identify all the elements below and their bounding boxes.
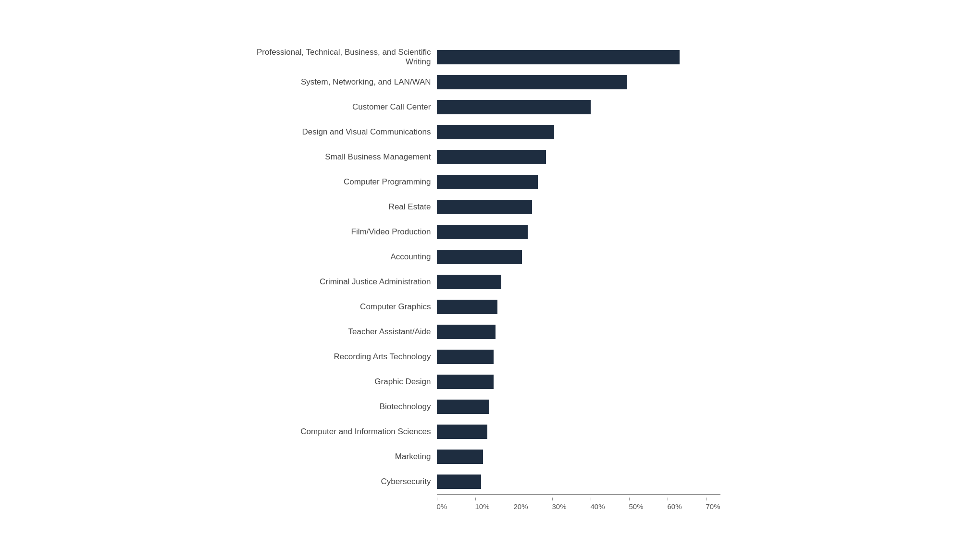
bar-label: Recording Arts Technology xyxy=(249,352,437,362)
bar-label: Teacher Assistant/Aide xyxy=(249,327,437,337)
axis-tick: 10% xyxy=(475,498,514,511)
bar-track xyxy=(437,450,720,464)
bar-fill xyxy=(437,50,680,64)
axis-tick-line xyxy=(475,498,476,500)
bar-row: Cybersecurity xyxy=(249,469,720,494)
bar-track xyxy=(437,325,720,339)
bar-track xyxy=(437,400,720,414)
axis-labels: 0%10%20%30%40%50%60%70% xyxy=(437,498,720,511)
bar-label: Criminal Justice Administration xyxy=(249,277,437,287)
bar-label: Graphic Design xyxy=(249,377,437,387)
bar-fill xyxy=(437,200,532,214)
bar-row: Marketing xyxy=(249,444,720,469)
bar-row: Biotechnology xyxy=(249,394,720,419)
bar-track xyxy=(437,125,720,139)
chart-area: Professional, Technical, Business, and S… xyxy=(249,45,720,494)
bar-track xyxy=(437,200,720,214)
bar-label: Accounting xyxy=(249,252,437,262)
bar-track xyxy=(437,225,720,239)
bar-row: Computer and Information Sciences xyxy=(249,419,720,444)
bar-label: Computer Programming xyxy=(249,177,437,187)
bar-fill xyxy=(437,75,627,89)
axis-tick-line xyxy=(437,498,437,500)
axis-tick-label: 20% xyxy=(514,502,528,511)
bar-label: Computer Graphics xyxy=(249,302,437,312)
bar-track xyxy=(437,50,720,64)
bar-row: Professional, Technical, Business, and S… xyxy=(249,45,720,70)
bar-row: Recording Arts Technology xyxy=(249,344,720,369)
bar-row: Computer Graphics xyxy=(249,294,720,319)
bar-fill xyxy=(437,225,528,239)
bar-track xyxy=(437,425,720,439)
bar-track xyxy=(437,100,720,114)
axis-tick-label: 60% xyxy=(668,502,682,511)
bar-fill xyxy=(437,250,522,264)
axis-tick-label: 40% xyxy=(591,502,605,511)
axis-tick-line xyxy=(668,498,668,500)
bar-track xyxy=(437,75,720,89)
bar-fill xyxy=(437,475,482,489)
bar-label: Film/Video Production xyxy=(249,227,437,237)
bar-track xyxy=(437,375,720,389)
bar-label: Marketing xyxy=(249,452,437,462)
bar-row: Accounting xyxy=(249,244,720,269)
axis-tick: 30% xyxy=(552,498,591,511)
bar-track xyxy=(437,300,720,314)
axis-tick-label: 30% xyxy=(552,502,567,511)
axis-tick: 70% xyxy=(706,498,720,511)
bar-track xyxy=(437,250,720,264)
axis-tick-line xyxy=(552,498,553,500)
axis-tick-label: 0% xyxy=(437,502,447,511)
bar-fill xyxy=(437,425,487,439)
axis-tick-label: 10% xyxy=(475,502,490,511)
bar-label: Professional, Technical, Business, and S… xyxy=(249,48,437,67)
bar-row: Real Estate xyxy=(249,195,720,219)
bar-row: Computer Programming xyxy=(249,170,720,195)
bar-track xyxy=(437,475,720,489)
bar-row: Criminal Justice Administration xyxy=(249,269,720,294)
axis-tick-label: 50% xyxy=(629,502,644,511)
bar-track xyxy=(437,150,720,164)
axis-area: 0%10%20%30%40%50%60%70% xyxy=(437,494,720,511)
bar-row: Graphic Design xyxy=(249,369,720,394)
bar-fill xyxy=(437,150,546,164)
bar-fill xyxy=(437,100,591,114)
axis-tick-line xyxy=(629,498,630,500)
bar-fill xyxy=(437,125,554,139)
bar-track xyxy=(437,350,720,364)
bar-label: Computer and Information Sciences xyxy=(249,427,437,437)
bar-label: Cybersecurity xyxy=(249,477,437,487)
bar-label: Biotechnology xyxy=(249,402,437,412)
axis-tick: 20% xyxy=(514,498,552,511)
bar-label: Design and Visual Communications xyxy=(249,127,437,137)
bar-fill xyxy=(437,400,490,414)
axis-tick-line xyxy=(706,498,706,500)
bar-track xyxy=(437,175,720,189)
bar-row: Customer Call Center xyxy=(249,95,720,120)
axis-tick: 50% xyxy=(629,498,668,511)
bar-fill xyxy=(437,325,496,339)
axis-tick-line xyxy=(514,498,514,500)
bar-fill xyxy=(437,300,497,314)
bar-fill xyxy=(437,275,502,289)
axis-tick: 0% xyxy=(437,498,475,511)
bar-row: Film/Video Production xyxy=(249,219,720,244)
bar-track xyxy=(437,275,720,289)
axis-tick: 40% xyxy=(591,498,629,511)
chart-container: Professional, Technical, Business, and S… xyxy=(245,30,735,530)
axis-tick: 60% xyxy=(668,498,706,511)
bar-row: System, Networking, and LAN/WAN xyxy=(249,70,720,95)
bar-fill xyxy=(437,375,494,389)
axis-tick-label: 70% xyxy=(706,502,720,511)
axis-tick-line xyxy=(591,498,591,500)
bar-fill xyxy=(437,175,538,189)
bar-label: Real Estate xyxy=(249,202,437,212)
bar-row: Teacher Assistant/Aide xyxy=(249,319,720,344)
bar-row: Design and Visual Communications xyxy=(249,120,720,145)
bar-label: System, Networking, and LAN/WAN xyxy=(249,77,437,87)
bar-fill xyxy=(437,350,494,364)
bar-fill xyxy=(437,450,483,464)
bar-label: Customer Call Center xyxy=(249,102,437,112)
bar-row: Small Business Management xyxy=(249,145,720,170)
bar-label: Small Business Management xyxy=(249,152,437,162)
